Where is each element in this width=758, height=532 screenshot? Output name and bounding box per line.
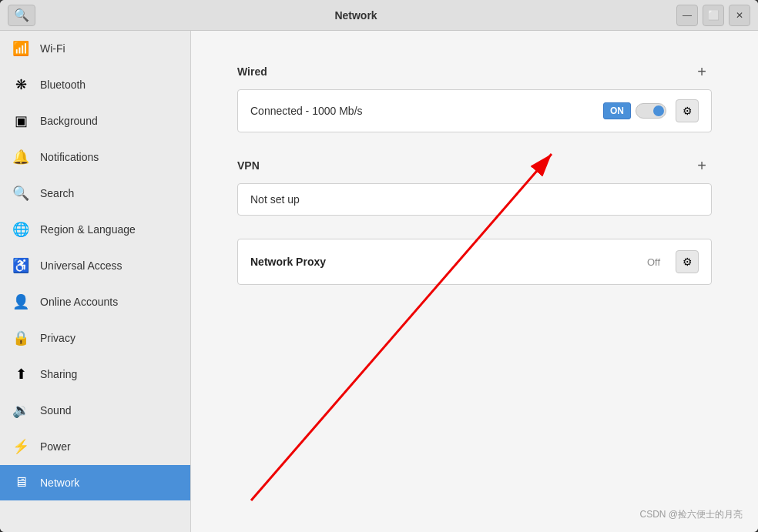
vpn-section-title: VPN (237, 159, 260, 172)
vpn-section-header: VPN + (237, 156, 712, 176)
sharing-icon: ⬆ (12, 366, 29, 383)
vpn-section: VPN + Not set up (237, 156, 712, 216)
sidebar-item-privacy[interactable]: 🔒 Privacy (0, 320, 190, 356)
search-button[interactable]: 🔍 (8, 5, 35, 26)
wired-row: Connected - 1000 Mb/s ON ⚙ (238, 90, 711, 132)
sidebar-item-label-universal-access: Universal Access (40, 259, 122, 272)
minimize-button[interactable]: — (676, 5, 698, 26)
content-area: Wired + Connected - 1000 Mb/s ON ⚙ (191, 31, 758, 532)
sidebar-item-search[interactable]: 🔍 Search (0, 176, 190, 212)
wired-card: Connected - 1000 Mb/s ON ⚙ (237, 89, 712, 132)
close-icon: ✕ (736, 10, 743, 21)
sidebar-item-label-sound: Sound (40, 404, 71, 417)
sidebar-item-notifications[interactable]: 🔔 Notifications (0, 139, 190, 176)
sidebar-item-region-language[interactable]: 🌐 Region & Language (0, 212, 190, 248)
sidebar-item-label-region-language: Region & Language (40, 223, 136, 236)
network-proxy-row: Network Proxy Off ⚙ (238, 239, 711, 284)
sidebar-item-network[interactable]: 🖥 Network (0, 465, 190, 500)
power-icon: ⚡ (12, 438, 29, 455)
online-accounts-icon: 👤 (12, 293, 29, 310)
watermark: CSDN @捡六便士的月亮 (639, 508, 743, 521)
toggle-on-label: ON (603, 102, 631, 119)
background-icon: ▣ (12, 112, 29, 129)
maximize-button[interactable]: ⬜ (703, 5, 724, 26)
wifi-icon: 📶 (12, 40, 29, 57)
sidebar-item-power[interactable]: ⚡ Power (0, 429, 190, 465)
window-title: Network (35, 9, 676, 22)
vpn-row: Not set up (238, 184, 711, 215)
sidebar-item-online-accounts[interactable]: 👤 Online Accounts (0, 284, 190, 320)
vpn-add-button[interactable]: + (692, 156, 712, 176)
universal-access-icon: ♿ (12, 257, 29, 274)
sidebar-item-background[interactable]: ▣ Background (0, 103, 190, 139)
settings-window: 🔍 Network — ⬜ ✕ 📶 Wi-Fi ❋ Bluetooth ▣ Ba… (0, 0, 758, 532)
vpn-card: Not set up (237, 183, 712, 216)
network-proxy-label: Network Proxy (250, 256, 638, 268)
toggle-thumb (653, 105, 664, 116)
wired-status-label: Connected - 1000 Mb/s (250, 105, 594, 117)
sidebar-item-label-power: Power (40, 440, 71, 453)
network-icon: 🖥 (12, 474, 29, 490)
wired-settings-button[interactable]: ⚙ (676, 99, 699, 122)
sidebar-item-sound[interactable]: 🔉 Sound (0, 393, 190, 429)
region-language-icon: 🌐 (12, 221, 29, 238)
proxy-status: Off (647, 256, 660, 268)
search-icon: 🔍 (12, 185, 29, 202)
sidebar-item-bluetooth[interactable]: ❋ Bluetooth (0, 67, 190, 103)
sidebar-item-label-bluetooth: Bluetooth (40, 79, 86, 91)
wired-section: Wired + Connected - 1000 Mb/s ON ⚙ (237, 62, 712, 132)
minimize-icon: — (683, 10, 692, 21)
sidebar-item-wifi[interactable]: 📶 Wi-Fi (0, 31, 190, 67)
sidebar-item-label-online-accounts: Online Accounts (40, 296, 118, 308)
toggle-track[interactable] (636, 103, 666, 119)
proxy-gear-icon: ⚙ (683, 256, 693, 268)
sidebar-item-label-background: Background (40, 115, 98, 127)
wired-section-title: Wired (237, 65, 267, 78)
wired-add-button[interactable]: + (692, 62, 712, 82)
close-button[interactable]: ✕ (729, 5, 750, 26)
maximize-icon: ⬜ (708, 10, 719, 21)
sidebar-item-sharing[interactable]: ⬆ Sharing (0, 356, 190, 393)
vpn-status-label: Not set up (250, 193, 699, 206)
sound-icon: 🔉 (12, 402, 29, 419)
sidebar-item-label-notifications: Notifications (40, 151, 99, 163)
sidebar-item-label-search: Search (40, 187, 74, 199)
network-proxy-section: Network Proxy Off ⚙ (237, 239, 712, 285)
wired-toggle[interactable]: ON (603, 102, 666, 119)
wired-section-header: Wired + (237, 62, 712, 82)
gear-icon: ⚙ (683, 105, 693, 117)
network-proxy-card: Network Proxy Off ⚙ (237, 239, 712, 285)
sidebar-item-label-wifi: Wi-Fi (40, 42, 65, 55)
proxy-settings-button[interactable]: ⚙ (676, 250, 699, 273)
notifications-icon: 🔔 (12, 149, 29, 166)
window-controls: — ⬜ ✕ (676, 5, 750, 26)
sidebar: 📶 Wi-Fi ❋ Bluetooth ▣ Background 🔔 Notif… (0, 31, 191, 532)
privacy-icon: 🔒 (12, 330, 29, 346)
search-icon: 🔍 (14, 8, 29, 22)
sidebar-item-universal-access[interactable]: ♿ Universal Access (0, 248, 190, 284)
main-content: 📶 Wi-Fi ❋ Bluetooth ▣ Background 🔔 Notif… (0, 31, 758, 532)
sidebar-item-label-sharing: Sharing (40, 368, 77, 380)
titlebar: 🔍 Network — ⬜ ✕ (0, 0, 758, 31)
sidebar-item-label-privacy: Privacy (40, 332, 75, 344)
sidebar-item-label-network: Network (40, 477, 79, 489)
bluetooth-icon: ❋ (12, 76, 29, 93)
